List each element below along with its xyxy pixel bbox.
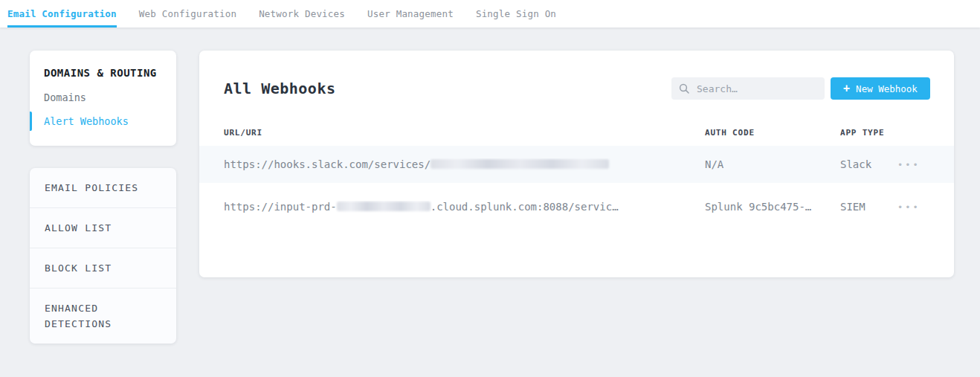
row-actions-cell: ••• [897, 201, 954, 213]
panel-header: All Webhooks + New Webhook [199, 51, 954, 100]
search-icon [679, 83, 689, 94]
tab-network-devices[interactable]: Network Devices [259, 0, 345, 28]
search-input[interactable] [695, 83, 817, 95]
new-webhook-button-label: New Webhook [856, 83, 918, 94]
sidebar-section-title: DOMAINS & ROUTING [44, 67, 176, 79]
app-type-cell: Slack [840, 158, 897, 170]
url-prefix: https://hooks.slack.com/services/ [224, 158, 431, 170]
sidebar-item-enhanced-detections[interactable]: ENHANCED DETECTIONS [30, 288, 176, 344]
webhooks-table: URL/URI AUTH CODE APP TYPE https://hooks… [199, 100, 954, 231]
sidebar-item-email-policies[interactable]: EMAIL POLICIES [30, 168, 176, 207]
app-type-cell: SIEM [840, 201, 897, 213]
table-row: https://hooks.slack.com/services/ N/A Sl… [199, 146, 954, 183]
sidebar-item-block-list[interactable]: BLOCK LIST [30, 248, 176, 288]
url-suffix: .cloud.splunk.com:8088/servic… [431, 201, 619, 213]
ellipsis-menu-icon[interactable]: ••• [897, 202, 921, 213]
sidebar-domains-routing-card: DOMAINS & ROUTING Domains Alert Webhooks [30, 51, 176, 146]
table-header-row: URL/URI AUTH CODE APP TYPE [199, 100, 954, 146]
column-header-auth-code: AUTH CODE [705, 128, 840, 138]
webhook-url-cell: https://hooks.slack.com/services/ [199, 158, 705, 170]
auth-code-cell: Splunk 9c5bc475-… [705, 201, 840, 213]
ellipsis-menu-icon[interactable]: ••• [897, 160, 921, 170]
sidebar-sections-card: EMAIL POLICIES ALLOW LIST BLOCK LIST ENH… [30, 168, 176, 344]
sidebar-item-label: Alert Webhooks [44, 115, 129, 127]
search-box [671, 77, 825, 100]
sidebar-item-allow-list[interactable]: ALLOW LIST [30, 207, 176, 248]
tab-user-management[interactable]: User Management [367, 0, 454, 28]
table-row: https://input-prd-.cloud.splunk.com:8088… [199, 183, 954, 231]
redacted-url-segment [337, 202, 431, 211]
active-item-indicator [30, 112, 32, 131]
sidebar-item-domains[interactable]: Domains [44, 91, 176, 103]
tab-email-configuration[interactable]: Email Configuration [7, 0, 117, 28]
redacted-url-segment [431, 159, 609, 169]
auth-code-cell: N/A [705, 158, 840, 170]
top-nav: Email Configuration Web Configuration Ne… [0, 0, 980, 28]
webhook-url-cell: https://input-prd-.cloud.splunk.com:8088… [199, 201, 705, 213]
webhooks-panel: All Webhooks + New Webhook URL/URI AUTH … [199, 51, 954, 277]
sidebar-item-alert-webhooks[interactable]: Alert Webhooks [44, 115, 176, 127]
page-title: All Webhooks [224, 80, 336, 97]
column-header-app-type: APP TYPE [840, 128, 897, 138]
tab-web-configuration[interactable]: Web Configuration [139, 0, 236, 28]
row-actions-cell: ••• [897, 158, 954, 170]
column-header-url: URL/URI [199, 128, 705, 138]
new-webhook-button[interactable]: + New Webhook [831, 77, 930, 100]
url-prefix: https://input-prd- [224, 201, 337, 213]
tab-single-sign-on[interactable]: Single Sign On [476, 0, 556, 28]
plus-icon: + [843, 83, 850, 94]
